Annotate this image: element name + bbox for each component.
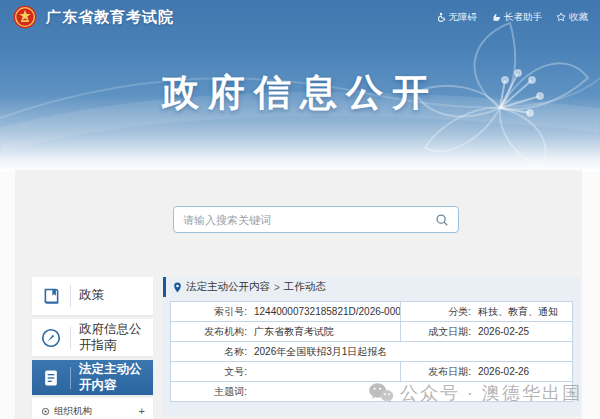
sidebar-item-guide[interactable]: 政府信息公开指南	[32, 319, 153, 356]
keywords-label: 主题词:	[175, 385, 247, 399]
index-value: 12440000732185821D/2026-00040	[254, 306, 401, 317]
write-date-label: 成文日期:	[405, 325, 471, 339]
star-icon	[556, 12, 566, 22]
publisher-label: 发布机构:	[175, 325, 247, 339]
index-label: 索引号:	[175, 305, 247, 319]
elder-assistant-link[interactable]: 长者助手	[491, 11, 542, 24]
breadcrumb-separator: >	[274, 282, 280, 293]
name-value: 2026年全国联招3月1日起报名	[254, 345, 387, 359]
banner: 广东省教育考试院 无障碍 长者助手	[0, 0, 600, 172]
top-bar: 广东省教育考试院 无障碍 长者助手	[0, 0, 600, 34]
sidebar-item-label: 政策	[71, 288, 153, 304]
detail-table: 索引号: 12440000732185821D/2026-00040 分类: 科…	[170, 301, 573, 402]
search-input[interactable]	[183, 214, 434, 226]
compass-icon	[32, 327, 70, 349]
search-button[interactable]	[434, 212, 449, 227]
national-emblem-icon	[12, 4, 38, 30]
page-title: 政府信息公开	[0, 68, 600, 118]
table-row: 索引号: 12440000732185821D/2026-00040 分类: 科…	[171, 302, 573, 322]
elder-assistant-icon	[491, 12, 501, 22]
elder-assistant-label: 长者助手	[504, 11, 542, 24]
book-icon	[32, 286, 70, 307]
page: 广东省教育考试院 无障碍 长者助手	[0, 0, 600, 419]
accessibility-link[interactable]: 无障碍	[436, 11, 478, 24]
breadcrumb: 法定主动公开内容 > 工作动态	[163, 277, 580, 297]
main-panel: 法定主动公开内容 > 工作动态 索引号: 12440000732185821D/…	[163, 277, 580, 416]
table-row: 发布机构: 广东省教育考试院 成文日期: 2026-02-25	[171, 322, 573, 342]
table-row: 名称: 2026年全国联招3月1日起报名	[171, 342, 573, 362]
accessibility-label: 无障碍	[449, 11, 478, 24]
sidebar-subitem-organization[interactable]: 组织机构 +	[32, 398, 153, 419]
search-box	[173, 206, 459, 233]
breadcrumb-item-1[interactable]: 法定主动公开内容	[186, 280, 270, 294]
publish-date-label: 发布日期:	[405, 365, 471, 379]
publisher-value: 广东省教育考试院	[254, 325, 334, 339]
sidebar-item-label: 法定主动公开内容	[71, 362, 153, 393]
category-label: 分类:	[405, 305, 471, 319]
doc-no-label: 文号:	[175, 365, 247, 379]
write-date-value: 2026-02-25	[478, 326, 529, 337]
table-row: 主题词:	[171, 382, 573, 402]
document-icon	[32, 368, 70, 388]
sidebar-item-statutory-disclosure[interactable]: 法定主动公开内容	[32, 360, 153, 395]
location-pin-icon	[173, 282, 182, 293]
site-title[interactable]: 广东省教育考试院	[46, 8, 174, 27]
topbar-links: 无障碍 长者助手 收藏	[436, 11, 589, 24]
search-icon	[435, 213, 449, 227]
sidebar-subitem-label: 组织机构	[54, 405, 92, 418]
sidebar-item-label: 政府信息公开指南	[71, 322, 153, 353]
accessibility-icon	[436, 12, 446, 22]
expand-icon[interactable]: +	[139, 405, 145, 417]
favorite-link[interactable]: 收藏	[556, 11, 588, 24]
sidebar-item-policy[interactable]: 政策	[32, 277, 153, 315]
sidebar: 政策 政府信息公开指南 法定主动公开内容	[32, 277, 153, 419]
publish-date-value: 2026-02-26	[478, 366, 529, 377]
org-structure-icon	[41, 407, 50, 416]
favorite-label: 收藏	[569, 11, 588, 24]
name-label: 名称:	[175, 345, 247, 359]
category-value: 科技、教育、通知	[478, 305, 558, 319]
table-row: 文号: 发布日期: 2026-02-26	[171, 362, 573, 382]
breadcrumb-item-2[interactable]: 工作动态	[284, 280, 326, 294]
